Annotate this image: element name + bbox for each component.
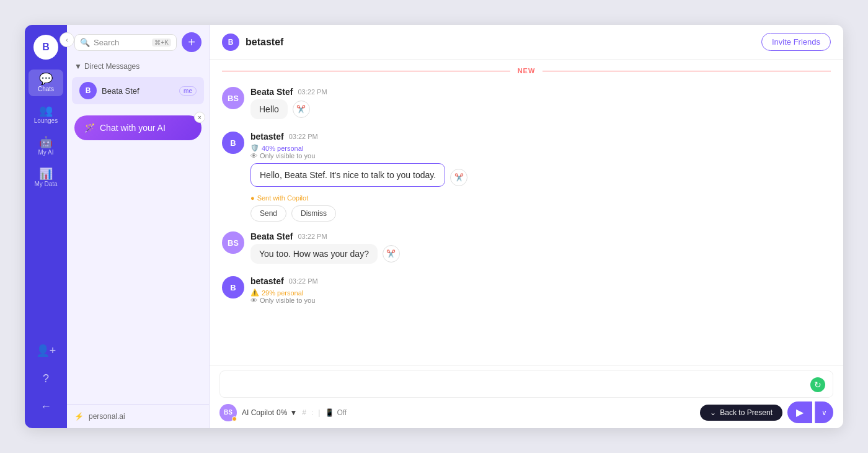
add-button[interactable]: + bbox=[182, 32, 202, 52]
ai-chat-close-button[interactable]: × bbox=[194, 112, 205, 123]
search-label: Search bbox=[94, 38, 119, 47]
dm-badge-me: me bbox=[179, 86, 197, 96]
dm-section-header[interactable]: ▼ Direct Messages bbox=[67, 57, 209, 76]
send-dropdown-button[interactable]: ∨ bbox=[815, 401, 833, 423]
my-ai-icon: 🤖 bbox=[39, 137, 53, 148]
collapse-sidebar-button[interactable]: ‹ bbox=[60, 32, 74, 47]
dm-section-label: Direct Messages bbox=[84, 62, 140, 71]
toolbar-separator-bar: | bbox=[318, 408, 320, 417]
msg-sender-4: betastef bbox=[250, 276, 284, 286]
msg-sender-1: Beata Stef bbox=[250, 87, 293, 97]
msg-action-3[interactable]: ✂️ bbox=[383, 245, 400, 262]
only-visible-label-4: 👁 Only visible to you bbox=[250, 297, 831, 304]
toolbar-separator-2: : bbox=[311, 408, 313, 417]
msg-content-4: betastef 03:22 PM ⚠️ 29% personal 👁 Only… bbox=[250, 276, 831, 308]
send-area: ▶ ∨ bbox=[787, 401, 833, 423]
message-input-box: ↻ bbox=[219, 370, 833, 398]
personal-score-4: 29% personal bbox=[262, 289, 303, 297]
sidebar: ‹ 🔍 Search ⌘+K + ▼ Direct Messages B Bea… bbox=[67, 25, 210, 428]
mobile-toggle[interactable]: 📱 Off bbox=[325, 408, 347, 417]
search-shortcut: ⌘+K bbox=[152, 38, 171, 47]
mobile-icon: 📱 bbox=[325, 408, 334, 417]
msg-header-1: Beata Stef 03:22 PM bbox=[250, 87, 831, 97]
chat-messages: NEW BS Beata Stef 03:22 PM Hello ✂️ bbox=[210, 60, 843, 365]
refresh-icon[interactable]: ↻ bbox=[810, 377, 825, 392]
invite-friends-button[interactable]: Invite Friends bbox=[761, 33, 831, 51]
msg-content-3: Beata Stef 03:22 PM You too. How was you… bbox=[250, 231, 831, 266]
search-box[interactable]: 🔍 Search ⌘+K bbox=[74, 34, 177, 51]
msg-time-2: 03:22 PM bbox=[289, 133, 318, 140]
message-group-2: B betastef 03:22 PM 🛡️ 40% personal 👁 On… bbox=[210, 127, 843, 226]
ai-suggestion-text: Hello, Beata Stef. It's nice to talk to … bbox=[250, 163, 445, 187]
lounges-icon: 👥 bbox=[39, 105, 53, 116]
new-divider-label: NEW bbox=[518, 67, 536, 74]
new-divider-right-line bbox=[542, 71, 831, 71]
message-input[interactable] bbox=[229, 379, 824, 389]
msg-time-4: 03:22 PM bbox=[289, 277, 318, 285]
shield-icon: 🛡️ bbox=[250, 144, 259, 152]
dm-name-beata: Beata Stef bbox=[102, 86, 174, 96]
copilot-user-avatar: BS bbox=[219, 404, 237, 421]
back-to-present-button[interactable]: ⌄ Back to Present bbox=[700, 405, 782, 421]
msg-avatar-1: BS bbox=[222, 87, 244, 109]
sidebar-footer: ⚡ personal.ai bbox=[67, 404, 209, 428]
warn-score-badge: ⚠️ 29% personal bbox=[250, 289, 831, 297]
input-toolbar: BS AI Copilot 0% ▼ # : | 📱 Off ⌄ Back to bbox=[219, 398, 833, 423]
left-navigation: B 💬 Chats 👥 Lounges 🤖 My AI 📊 My Data 👤+… bbox=[25, 25, 67, 428]
my-data-icon: 📊 bbox=[39, 168, 53, 179]
msg-time-1: 03:22 PM bbox=[298, 88, 327, 96]
only-visible-label-2: 👁 Only visible to you bbox=[250, 152, 831, 159]
chat-header-avatar: B bbox=[222, 34, 239, 51]
dot-icon: ● bbox=[250, 194, 255, 202]
message-group-3: BS Beata Stef 03:22 PM You too. How was … bbox=[210, 226, 843, 271]
ai-copilot-label: AI Copilot 0% ▼ bbox=[242, 408, 297, 417]
warning-icon: ⚠️ bbox=[250, 289, 259, 297]
logout-button[interactable]: ← bbox=[35, 395, 56, 418]
msg-content-1: Beata Stef 03:22 PM Hello ✂️ bbox=[250, 87, 831, 122]
ai-suggestion-row: Hello, Beata Stef. It's nice to talk to … bbox=[250, 163, 831, 192]
sidebar-item-my-ai[interactable]: 🤖 My AI bbox=[29, 133, 63, 159]
footer-logo-icon: ⚡ bbox=[74, 412, 84, 421]
personal-score-2: 40% personal bbox=[262, 145, 303, 152]
search-icon: 🔍 bbox=[80, 38, 90, 47]
msg-sender-3: Beata Stef bbox=[250, 231, 293, 241]
msg-header-2: betastef 03:22 PM bbox=[250, 132, 831, 141]
send-message-button[interactable]: Send bbox=[250, 205, 286, 222]
footer-app-name: personal.ai bbox=[89, 412, 125, 421]
copilot-score-badge: 🛡️ 40% personal bbox=[250, 144, 831, 152]
lounges-label: Lounges bbox=[34, 117, 58, 124]
copilot-dropdown-icon[interactable]: ▼ bbox=[290, 408, 297, 417]
msg-action-1[interactable]: ✂️ bbox=[293, 101, 310, 118]
msg-action-2[interactable]: ✂️ bbox=[450, 169, 467, 186]
msg-bubble-3: You too. How was your day? bbox=[250, 244, 378, 264]
msg-row-3: You too. How was your day? ✂️ bbox=[250, 244, 831, 264]
ai-chat-button[interactable]: 🪄 Chat with your AI × bbox=[74, 115, 202, 140]
msg-row-1: Hello ✂️ bbox=[250, 99, 831, 119]
sent-with-copilot: ● Sent with Copilot bbox=[250, 194, 831, 202]
user-avatar[interactable]: B bbox=[33, 35, 58, 60]
msg-avatar-4: B bbox=[222, 276, 244, 298]
toolbar-separator-1: # bbox=[302, 408, 306, 417]
chat-header: B betastef Invite Friends bbox=[210, 25, 843, 60]
dismiss-message-button[interactable]: Dismiss bbox=[291, 205, 336, 222]
chats-label: Chats bbox=[38, 86, 54, 92]
help-button[interactable]: ? bbox=[38, 367, 54, 390]
dm-avatar-beata: B bbox=[79, 82, 97, 99]
sidebar-item-lounges[interactable]: 👥 Lounges bbox=[29, 101, 63, 128]
message-action-buttons: Send Dismiss bbox=[250, 205, 831, 222]
msg-header-3: Beata Stef 03:22 PM bbox=[250, 231, 831, 241]
msg-sender-2: betastef bbox=[250, 132, 284, 141]
send-button[interactable]: ▶ bbox=[787, 401, 812, 423]
eye-icon-2: 👁 bbox=[250, 297, 257, 304]
chevron-down-icon: ▼ bbox=[74, 62, 82, 71]
sidebar-item-chats[interactable]: 💬 Chats bbox=[29, 70, 63, 96]
message-group-1: BS Beata Stef 03:22 PM Hello ✂️ bbox=[210, 82, 843, 127]
msg-avatar-2: B bbox=[222, 132, 244, 154]
add-user-button[interactable]: 👤+ bbox=[31, 339, 61, 362]
msg-bubble-1: Hello bbox=[250, 99, 288, 119]
sidebar-item-my-data[interactable]: 📊 My Data bbox=[29, 164, 63, 191]
my-data-label: My Data bbox=[34, 181, 57, 187]
new-messages-divider: NEW bbox=[210, 60, 843, 82]
dm-item-beata-stef[interactable]: B Beata Stef me bbox=[72, 77, 204, 104]
chats-icon: 💬 bbox=[39, 73, 53, 84]
